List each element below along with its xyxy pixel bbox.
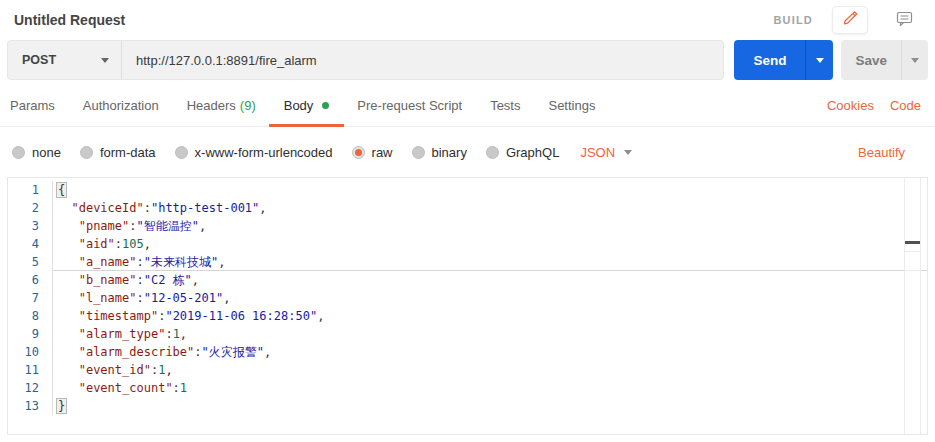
line-number: 2 [8, 199, 52, 217]
save-button[interactable]: Save [841, 40, 901, 80]
code-content: "timestamp":"2019-11-06 16:28:50", [52, 307, 927, 325]
radio-form-data[interactable]: form-data [80, 145, 156, 160]
tab-body[interactable]: Body [284, 98, 330, 126]
edit-request-button[interactable] [833, 7, 867, 33]
request-bar: POST http://127.0.0.1:8891/fire_alarm Se… [0, 32, 935, 80]
radio-icon [486, 146, 499, 159]
tab-headers[interactable]: Headers(9) [187, 98, 256, 126]
radio-label: binary [432, 145, 467, 160]
radio-icon [80, 146, 93, 159]
code-line: 13} [8, 397, 927, 415]
tab-label: Settings [548, 98, 595, 113]
scroll-thumb [904, 251, 921, 271]
code-line: 10 "alarm_describe":"火灾报警", [8, 343, 927, 361]
method-select[interactable]: POST [8, 41, 121, 79]
line-number: 5 [8, 253, 52, 271]
code-line: 8 "timestamp":"2019-11-06 16:28:50", [8, 307, 927, 325]
code-content: "event_id":1, [52, 361, 927, 379]
comments-button[interactable] [887, 7, 921, 33]
tab-label: Authorization [83, 98, 159, 113]
radio-raw[interactable]: raw [352, 145, 393, 160]
code-line: 7 "l_name":"12-05-201", [8, 289, 927, 307]
code-line: 12 "event_count":1 [8, 379, 927, 397]
tabs-right-links: CookiesCode [827, 98, 921, 126]
line-number: 1 [8, 181, 52, 199]
tab-settings[interactable]: Settings [548, 98, 595, 126]
request-header: Untitled Request BUILD [0, 0, 935, 32]
radio-label: none [32, 145, 61, 160]
tab-label: Params [10, 98, 55, 113]
line-number: 8 [8, 307, 52, 325]
code-line: 3 "pname":"智能温控", [8, 217, 927, 235]
radio-icon [352, 146, 365, 159]
line-number: 3 [8, 217, 52, 235]
code-content: "deviceId":"http-test-001", [52, 199, 927, 217]
header-actions: BUILD [773, 7, 925, 33]
code-link[interactable]: Code [890, 98, 921, 113]
code-line: 9 "alarm_type":1, [8, 325, 927, 343]
radio-icon [412, 146, 425, 159]
tabs: ParamsAuthorizationHeaders(9)BodyPre-req… [10, 98, 609, 126]
code-content: } [52, 397, 927, 415]
code-content: "alarm_type":1, [52, 325, 927, 343]
line-number: 7 [8, 289, 52, 307]
line-number: 13 [8, 397, 52, 415]
radio-graphql[interactable]: GraphQL [486, 145, 559, 160]
code-content: "aid":105, [52, 235, 927, 253]
radio-x-www-form-urlencoded[interactable]: x-www-form-urlencoded [175, 145, 333, 160]
beautify-button[interactable]: Beautify [858, 145, 923, 160]
tab-label: Pre-request Script [357, 98, 462, 113]
code-line: 1{ [8, 181, 927, 199]
radio-icon [175, 146, 188, 159]
build-label: BUILD [773, 14, 813, 26]
radio-label: raw [372, 145, 393, 160]
code-line: 5 "a_name":"未来科技城", [8, 253, 927, 271]
tab-tests[interactable]: Tests [490, 98, 520, 126]
comment-icon [896, 10, 913, 31]
radio-label: GraphQL [506, 145, 559, 160]
raw-body-editor[interactable]: 1{2 "deviceId":"http-test-001",3 "pname"… [7, 177, 928, 435]
editor-scrollbar[interactable] [904, 178, 921, 434]
green-dot-icon [322, 102, 329, 109]
code-line: 6 "b_name":"C2 栋", [8, 271, 927, 289]
body-type-bar: noneform-datax-www-form-urlencodedrawbin… [0, 127, 935, 177]
cookies-link[interactable]: Cookies [827, 98, 874, 113]
chevron-down-icon [624, 150, 632, 155]
code-content: { [52, 181, 927, 199]
request-tabs: ParamsAuthorizationHeaders(9)BodyPre-req… [0, 80, 935, 127]
chevron-down-icon [816, 58, 824, 63]
send-options-button[interactable] [805, 40, 833, 80]
method-label: POST [22, 53, 56, 67]
code-line: 2 "deviceId":"http-test-001", [8, 199, 927, 217]
code-content: "alarm_describe":"火灾报警", [52, 343, 927, 361]
raw-type-select[interactable]: JSON [580, 145, 632, 160]
line-number: 10 [8, 343, 52, 361]
chevron-down-icon [101, 58, 109, 63]
code-line: 4 "aid":105, [8, 235, 927, 253]
radio-binary[interactable]: binary [412, 145, 467, 160]
tab-pre-request-script[interactable]: Pre-request Script [357, 98, 462, 126]
radio-icon [12, 146, 25, 159]
line-number: 12 [8, 379, 52, 397]
tab-authorization[interactable]: Authorization [83, 98, 159, 126]
code-content: "b_name":"C2 栋", [52, 271, 927, 289]
method-url-box: POST http://127.0.0.1:8891/fire_alarm [7, 40, 724, 80]
tab-label: Headers [187, 98, 236, 113]
send-button[interactable]: Send [734, 40, 805, 80]
radio-label: x-www-form-urlencoded [195, 145, 333, 160]
save-options-button[interactable] [901, 40, 928, 80]
raw-type-label: JSON [580, 145, 615, 160]
tab-label: Tests [490, 98, 520, 113]
tab-label: Body [284, 98, 314, 113]
tab-params[interactable]: Params [10, 98, 55, 126]
line-number: 9 [8, 325, 52, 343]
line-number: 11 [8, 361, 52, 379]
code-content: "l_name":"12-05-201", [52, 289, 927, 307]
url-input[interactable]: http://127.0.0.1:8891/fire_alarm [122, 41, 723, 79]
code-lines: 1{2 "deviceId":"http-test-001",3 "pname"… [8, 178, 927, 415]
radio-none[interactable]: none [12, 145, 61, 160]
chevron-down-icon [911, 58, 919, 63]
tab-count: (9) [240, 98, 256, 113]
code-content: "pname":"智能温控", [52, 217, 927, 235]
body-type-radios: noneform-datax-www-form-urlencodedrawbin… [12, 145, 578, 160]
